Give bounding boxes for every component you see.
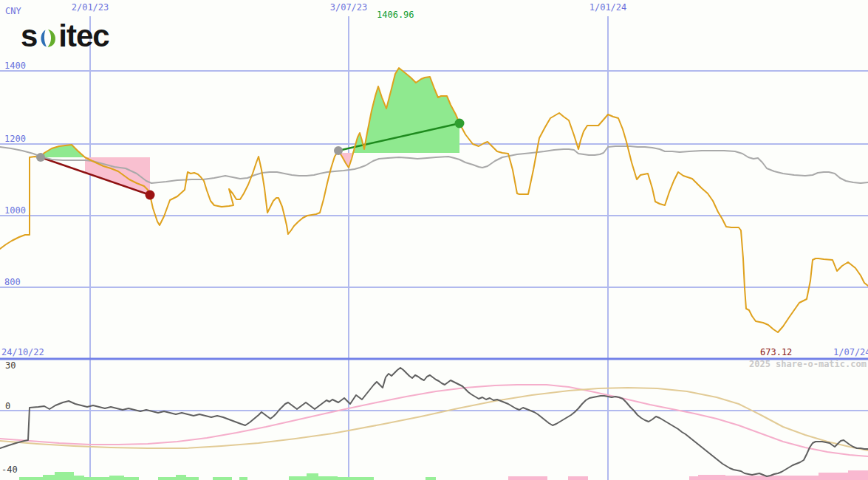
leaf-blue-petal [41, 30, 47, 47]
oscillator-tick-neg40: -40 [1, 465, 18, 475]
logo-text-s: s [21, 21, 37, 52]
oscillator-tick-30: 30 [5, 361, 16, 371]
stock-chart: s itec CNY 2/01/23 3/07/23 1/01/24 1406.… [0, 0, 868, 480]
x-axis-tick-3: 1/01/24 [590, 3, 627, 13]
currency-label: CNY [5, 7, 21, 16]
soitec-leaf-icon [38, 29, 57, 47]
logo-text-itec: itec [58, 21, 109, 52]
chart-canvas [0, 0, 868, 480]
start-date-label: 24/10/22 [1, 348, 44, 357]
oscillator-tick-0: 0 [5, 402, 10, 411]
y-axis-tick-1400: 1400 [4, 61, 26, 71]
soitec-logo: s itec [21, 21, 109, 52]
y-axis-tick-1000: 1000 [4, 206, 26, 216]
end-date-label: 1/07/24 [833, 348, 868, 357]
x-axis-tick-1: 2/01/23 [72, 3, 109, 13]
low-value-label: 673.12 [760, 348, 792, 357]
leaf-green-petal [48, 30, 56, 47]
y-axis-tick-1200: 1200 [4, 134, 26, 144]
x-axis-tick-2: 3/07/23 [330, 3, 368, 13]
y-axis-tick-800: 800 [4, 278, 21, 287]
high-value-label: 1406.96 [377, 10, 414, 20]
watermark: 2025 share-o-matic.com [749, 360, 867, 369]
